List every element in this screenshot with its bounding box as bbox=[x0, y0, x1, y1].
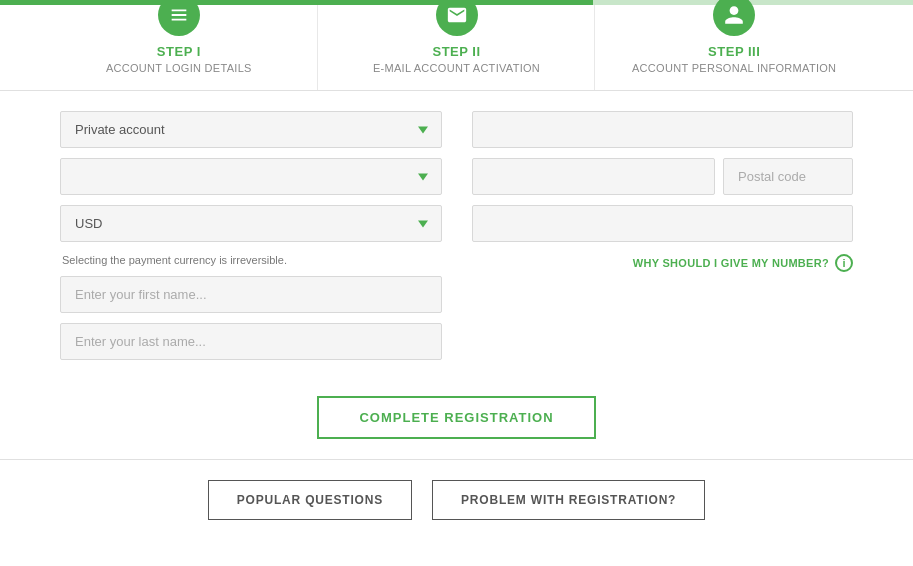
currency-select-wrapper[interactable]: USD EUR GBP bbox=[60, 205, 442, 242]
right-column: WHY SHOULD I GIVE MY NUMBER? i bbox=[472, 111, 854, 360]
city-postal-row bbox=[472, 158, 854, 195]
account-type-select[interactable]: Private account Business account bbox=[60, 111, 442, 148]
popular-questions-button[interactable]: POPULAR QUESTIONS bbox=[208, 480, 412, 520]
account-type-wrapper[interactable]: Private account Business account bbox=[60, 111, 442, 148]
last-name-input[interactable] bbox=[60, 323, 442, 360]
country-select[interactable] bbox=[60, 158, 442, 195]
left-column: Private account Business account USD EUR… bbox=[60, 111, 442, 360]
form-content: Private account Business account USD EUR… bbox=[0, 91, 913, 380]
steps-header: STEP I ACCOUNT LOGIN DETAILS STEP II E-M… bbox=[0, 5, 913, 91]
postal-code-input[interactable] bbox=[723, 158, 853, 195]
currency-select[interactable]: USD EUR GBP bbox=[60, 205, 442, 242]
bottom-divider bbox=[0, 459, 913, 460]
why-number-info-icon[interactable]: i bbox=[835, 254, 853, 272]
address-input[interactable] bbox=[472, 111, 854, 148]
complete-registration-row: COMPLETE REGISTRATION bbox=[0, 380, 913, 459]
why-number-text[interactable]: WHY SHOULD I GIVE MY NUMBER? bbox=[633, 257, 829, 269]
complete-registration-button[interactable]: COMPLETE REGISTRATION bbox=[317, 396, 595, 439]
step-2: STEP II E-MAIL ACCOUNT ACTIVATION bbox=[318, 5, 596, 90]
step-3: STEP III ACCOUNT PERSONAL INFORMATION bbox=[595, 5, 873, 90]
step2-subtitle: E-MAIL ACCOUNT ACTIVATION bbox=[373, 62, 540, 74]
problem-registration-button[interactable]: PROBLEM WITH REGISTRATION? bbox=[432, 480, 705, 520]
country-select-wrapper[interactable] bbox=[60, 158, 442, 195]
step1-subtitle: ACCOUNT LOGIN DETAILS bbox=[106, 62, 252, 74]
phone-input[interactable] bbox=[472, 205, 854, 242]
step2-title: STEP II bbox=[432, 44, 480, 59]
step3-subtitle: ACCOUNT PERSONAL INFORMATION bbox=[632, 62, 836, 74]
city-input[interactable] bbox=[472, 158, 716, 195]
step2-icon bbox=[436, 0, 478, 36]
step1-title: STEP I bbox=[157, 44, 201, 59]
currency-warning: Selecting the payment currency is irreve… bbox=[60, 254, 442, 266]
step3-title: STEP III bbox=[708, 44, 760, 59]
step3-icon bbox=[713, 0, 755, 36]
why-number-row: WHY SHOULD I GIVE MY NUMBER? i bbox=[472, 254, 854, 272]
first-name-input[interactable] bbox=[60, 276, 442, 313]
step-1: STEP I ACCOUNT LOGIN DETAILS bbox=[40, 5, 318, 90]
bottom-buttons-row: POPULAR QUESTIONS PROBLEM WITH REGISTRAT… bbox=[0, 480, 913, 550]
step1-icon bbox=[158, 0, 200, 36]
